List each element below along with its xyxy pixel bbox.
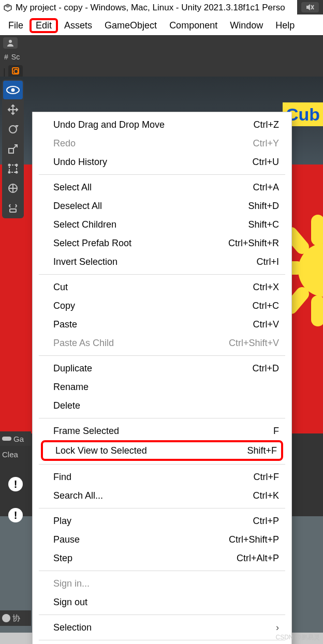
svg-rect-15 xyxy=(9,148,13,153)
scale-tool[interactable] xyxy=(3,140,23,158)
window-title: My project - copy - Windows, Mac, Linux … xyxy=(16,3,285,13)
menu-assets[interactable]: Assets xyxy=(58,18,98,33)
menu-deselect-all[interactable]: Deselect AllShift+D xyxy=(33,197,291,215)
menu-separator xyxy=(39,355,285,356)
menu-sign-in[interactable]: Sign in... xyxy=(33,574,291,593)
menu-paste-as-child[interactable]: Paste As ChildCtrl+Shift+V xyxy=(33,334,291,352)
collab-icon xyxy=(2,614,10,622)
toolbar-right-group xyxy=(297,0,323,14)
menu-find[interactable]: FindCtrl+F xyxy=(33,468,291,486)
menu-copy[interactable]: CopyCtrl+C xyxy=(33,296,291,315)
account-button[interactable] xyxy=(3,37,18,49)
scene-name-fragment: Sc xyxy=(11,53,20,61)
move-tool[interactable] xyxy=(3,100,23,119)
menu-cut[interactable]: CutCtrl+X xyxy=(33,278,291,296)
svg-point-14 xyxy=(9,126,17,133)
menu-redo[interactable]: RedoCtrl+Y xyxy=(33,134,291,153)
svg-rect-22 xyxy=(10,209,16,212)
menu-file[interactable]: File xyxy=(2,18,30,33)
menu-component[interactable]: Component xyxy=(163,18,224,33)
menu-delete[interactable]: Delete xyxy=(33,396,291,415)
svg-point-20 xyxy=(16,172,18,173)
view-tool[interactable] xyxy=(3,81,23,99)
menu-separator xyxy=(39,174,285,175)
menu-help[interactable]: Help xyxy=(269,18,301,33)
menu-separator xyxy=(39,508,285,508)
main-toolbar xyxy=(0,35,323,50)
menu-separator xyxy=(39,418,285,418)
rotate-tool[interactable] xyxy=(3,120,23,139)
svg-point-19 xyxy=(9,172,10,173)
error-icon: ! xyxy=(8,508,23,522)
scene-tool-strip xyxy=(2,80,24,218)
svg-line-9 xyxy=(291,294,302,307)
menu-pause[interactable]: PauseCtrl+Shift+P xyxy=(33,530,291,549)
scene-view[interactable]: Cub xyxy=(0,77,323,644)
menu-frame-selected[interactable]: Frame SelectedF xyxy=(33,422,291,440)
scene-view-tab[interactable] xyxy=(8,65,23,77)
window-titlebar: My project - copy - Windows, Mac, Linux … xyxy=(0,0,323,16)
svg-line-7 xyxy=(291,234,302,247)
menu-selection[interactable]: Selection› xyxy=(33,618,291,637)
console-error-row-2[interactable]: ! xyxy=(2,501,29,530)
svg-rect-23 xyxy=(2,437,11,441)
menu-invert-selection[interactable]: Invert SelectionCtrl+I xyxy=(33,252,291,271)
menu-lock-view-to-selected[interactable]: Lock View to SelectedShift+F xyxy=(41,440,283,461)
console-clear-fragment[interactable]: Clea xyxy=(2,448,29,460)
svg-point-18 xyxy=(16,164,18,166)
transform-tool[interactable] xyxy=(3,179,23,198)
bottom-tab-row: Ga xyxy=(0,431,31,446)
chevron-right-icon: › xyxy=(276,622,279,633)
menu-select-children[interactable]: Select ChildrenShift+C xyxy=(33,215,291,234)
scene-grid-icon: # xyxy=(4,53,8,61)
menu-rename[interactable]: Rename xyxy=(33,378,291,396)
menu-window[interactable]: Window xyxy=(224,18,269,33)
menu-paste[interactable]: PasteCtrl+V xyxy=(33,315,291,334)
menu-duplicate[interactable]: DuplicateCtrl+D xyxy=(33,359,291,378)
svg-point-3 xyxy=(9,40,12,43)
menu-separator xyxy=(39,464,285,465)
menu-sign-out[interactable]: Sign out xyxy=(33,593,291,611)
gamepad-icon xyxy=(2,435,11,442)
error-icon: ! xyxy=(8,477,23,491)
menu-separator xyxy=(39,274,285,275)
edit-dropdown-menu: Undo Drag and Drop MoveCtrl+Z RedoCtrl+Y… xyxy=(32,112,292,644)
scene-camera-icon xyxy=(11,67,20,75)
rect-tool[interactable] xyxy=(3,159,23,178)
svg-rect-16 xyxy=(9,165,17,172)
menu-separator xyxy=(39,615,285,615)
scene-breadcrumb: # Sc xyxy=(0,50,323,64)
console-panel: Clea ! ! xyxy=(0,446,31,532)
console-error-row-1[interactable]: ! xyxy=(2,470,29,499)
tab-divider: | xyxy=(3,67,6,77)
unity-logo-icon xyxy=(3,3,12,12)
menu-step[interactable]: StepCtrl+Alt+P xyxy=(33,549,291,567)
menu-edit[interactable]: Edit xyxy=(30,18,58,33)
scene-tab-row: | xyxy=(0,64,323,77)
collab-label-fragment: 协 xyxy=(12,613,20,623)
menu-undo-history[interactable]: Undo HistoryCtrl+U xyxy=(33,153,291,171)
menu-select-all[interactable]: Select AllCtrl+A xyxy=(33,178,291,197)
game-tab-fragment[interactable]: Ga xyxy=(13,435,24,443)
svg-point-17 xyxy=(9,164,10,166)
collab-tab[interactable]: 协 xyxy=(0,610,31,626)
menu-select-prefab-root[interactable]: Select Prefab RootCtrl+Shift+R xyxy=(33,234,291,252)
custom-tools[interactable] xyxy=(3,199,23,217)
menubar: File Edit Assets GameObject Component Wi… xyxy=(0,16,323,35)
menu-separator xyxy=(39,571,285,571)
svg-point-13 xyxy=(11,88,15,92)
menu-undo[interactable]: Undo Drag and Drop MoveCtrl+Z xyxy=(33,115,291,134)
menu-separator xyxy=(39,640,285,640)
menu-gameobject[interactable]: GameObject xyxy=(98,18,163,33)
menu-search-all[interactable]: Search All...Ctrl+K xyxy=(33,486,291,505)
watermark-text: CSDN @鹏易灵 xyxy=(275,633,320,642)
mute-audio-button[interactable] xyxy=(301,2,319,12)
menu-play[interactable]: PlayCtrl+P xyxy=(33,512,291,530)
